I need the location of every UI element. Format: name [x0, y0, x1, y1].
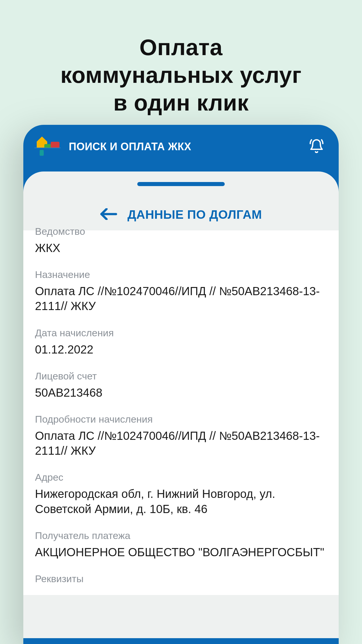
- field-label: Назначение: [35, 269, 327, 280]
- phone-mockup: ПОИСК И ОПЛАТА ЖКХ: [23, 125, 339, 644]
- hero-line-3: в один клик: [0, 89, 362, 117]
- sheet-title: ДАННЫЕ ПО ДОЛГАМ: [127, 208, 262, 222]
- field-value: 50АВ213468: [35, 385, 327, 400]
- field-accrual-date: Дата начисления 01.12.2022: [35, 327, 327, 357]
- arrow-left-icon: [100, 208, 117, 220]
- back-button[interactable]: [100, 208, 117, 221]
- notifications-button[interactable]: [309, 139, 324, 155]
- field-payee: Получатель платежа АКЦИОНЕРНОЕ ОБЩЕСТВО …: [35, 530, 327, 560]
- field-purpose: Назначение Оплата ЛС //№102470046//ИПД /…: [35, 269, 327, 314]
- field-value: Нижегородская обл, г. Нижний Новгород, у…: [35, 487, 327, 516]
- field-personal-account: Лицевой счет 50АВ213468: [35, 370, 327, 400]
- sheet-header: ДАННЫЕ ПО ДОЛГАМ: [23, 172, 339, 230]
- field-requisites: Реквизиты: [35, 573, 327, 584]
- field-label: Дата начисления: [35, 327, 327, 339]
- hero-headline: Оплата коммунальных услуг в один клик: [0, 0, 362, 117]
- sheet-drag-handle[interactable]: [137, 182, 225, 186]
- app-bar-title: ПОИСК И ОПЛАТА ЖКХ: [69, 141, 191, 153]
- field-value: АКЦИОНЕРНОЕ ОБЩЕСТВО "ВОЛГАЭНЕРГОСБЫТ": [35, 545, 327, 560]
- app-bar-left: ПОИСК И ОПЛАТА ЖКХ: [34, 136, 191, 157]
- field-address: Адрес Нижегородская обл, г. Нижний Новго…: [35, 472, 327, 516]
- field-value: 01.12.2022: [35, 342, 327, 357]
- field-label: Лицевой счет: [35, 370, 327, 382]
- field-label: Подробности начисления: [35, 414, 327, 425]
- field-label: Ведомство: [35, 226, 327, 237]
- field-label: Реквизиты: [35, 573, 327, 584]
- field-department: Ведомство ЖКХ: [35, 226, 327, 256]
- field-label: Получатель платежа: [35, 530, 327, 541]
- field-value: Оплата ЛС //№102470046//ИПД // №50АВ2134…: [35, 428, 327, 458]
- field-label: Адрес: [35, 472, 327, 483]
- app-logo-icon: [34, 136, 61, 157]
- field-value: Оплата ЛС //№102470046//ИПД // №50АВ2134…: [35, 284, 327, 314]
- field-accrual-details: Подробности начисления Оплата ЛС //№1024…: [35, 414, 327, 458]
- phone-frame: ПОИСК И ОПЛАТА ЖКХ: [23, 125, 339, 644]
- debt-details[interactable]: Ведомство ЖКХ Назначение Оплата ЛС //№10…: [23, 230, 339, 595]
- field-value: ЖКХ: [35, 241, 327, 256]
- bottom-sheet: ДАННЫЕ ПО ДОЛГАМ Ведомство ЖКХ Назначени…: [23, 172, 339, 638]
- hero-line-1: Оплата: [0, 34, 362, 61]
- bell-icon: [309, 139, 324, 154]
- app-bar: ПОИСК И ОПЛАТА ЖКХ: [23, 125, 339, 172]
- hero-line-2: коммунальных услуг: [0, 61, 362, 89]
